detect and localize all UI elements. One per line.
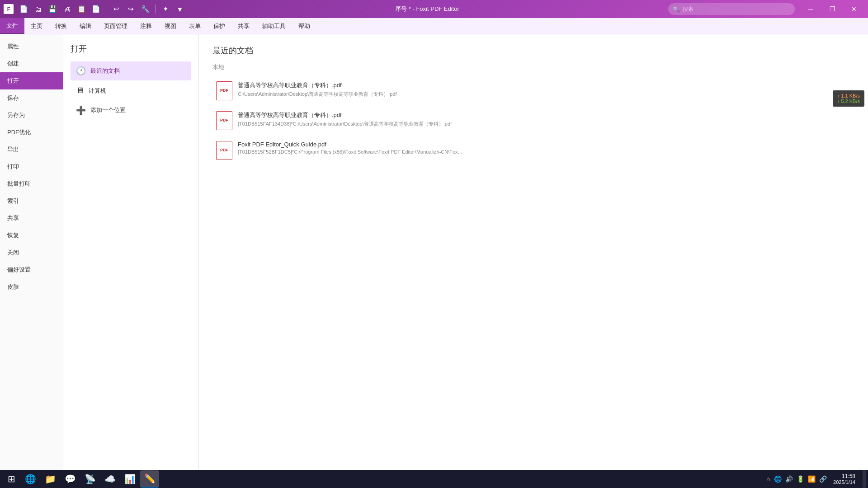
- titlebar: F 📄 🗂 💾 🖨 📋 📄 ↩ ↪ 🔧 ✦ ▼ 序号 * - Foxit PDF…: [0, 0, 868, 18]
- sidebar-item-0[interactable]: 属性: [0, 38, 63, 55]
- explorer-icon: 📁: [45, 474, 56, 484]
- upload-speed: ↑ 1.1 KB/s: [837, 93, 860, 99]
- sidebar-item-10[interactable]: 共享: [0, 210, 63, 227]
- show-desktop-button[interactable]: [863, 470, 866, 488]
- separator2: [155, 5, 156, 14]
- clock-time: 11:58: [833, 473, 855, 479]
- foxit-icon: ✏️: [144, 473, 156, 484]
- wechat-icon: 💬: [65, 474, 76, 484]
- restore-button[interactable]: ❐: [822, 2, 843, 16]
- nav-computer-label: 计算机: [89, 87, 106, 95]
- open-panel-title: 打开: [71, 43, 191, 54]
- separator1: [106, 5, 106, 14]
- sidebar-item-8[interactable]: 批量打印: [0, 175, 63, 192]
- settings-icon[interactable]: 🔧: [139, 3, 151, 15]
- menu-item-注释[interactable]: 注释: [134, 18, 158, 34]
- clock-date: 2025/1/14: [833, 479, 855, 485]
- cloud-icon: ☁️: [104, 474, 116, 484]
- minimize-button[interactable]: ─: [800, 2, 821, 16]
- close-button[interactable]: ✕: [844, 2, 864, 16]
- doc-item-0[interactable]: PDF 普通高等学校高等职业教育（专科）.pdf C:\Users\Admini…: [212, 77, 854, 105]
- menu-item-共享[interactable]: 共享: [231, 18, 256, 34]
- sidebar-item-13[interactable]: 偏好设置: [0, 261, 63, 278]
- main-area: 属性创建打开保存另存为PDF优化导出打印批量打印索引共享恢复关闭偏好设置皮肤 打…: [0, 34, 868, 474]
- stats-icon: 📊: [124, 474, 136, 484]
- sidebar-item-9[interactable]: 索引: [0, 192, 63, 210]
- tray-icon5[interactable]: 📶: [807, 474, 816, 483]
- print-icon[interactable]: 🖨: [61, 3, 73, 15]
- content-area: 打开 🕐 最近的文档 🖥 计算机 ➕ 添加一个位置 最近的文档 本地 PDF: [63, 34, 868, 474]
- doc-name-1: 普通高等学校高等职业教育（专科）.pdf: [238, 111, 851, 119]
- doc-info-0: 普通高等学校高等职业教育（专科）.pdf C:\Users\Administra…: [238, 81, 851, 98]
- teams-icon: 📡: [85, 474, 96, 484]
- taskbar-app-edge[interactable]: 🌐: [21, 470, 40, 488]
- save-icon[interactable]: 💾: [46, 3, 59, 15]
- menu-item-编辑[interactable]: 编辑: [73, 18, 98, 34]
- doc-icon-label-1: PDF: [220, 118, 228, 123]
- sidebar-item-6[interactable]: 导出: [0, 141, 63, 158]
- window-controls: ─ ❐ ✕: [800, 2, 864, 16]
- taskbar-app-stats[interactable]: 📊: [120, 470, 139, 488]
- taskbar-clock[interactable]: 11:58 2025/1/14: [830, 473, 859, 485]
- sidebar-item-2[interactable]: 打开: [0, 72, 63, 89]
- taskbar-app-teams[interactable]: 📡: [80, 470, 99, 488]
- menu-item-辅助工具[interactable]: 辅助工具: [256, 18, 292, 34]
- nav-add-location[interactable]: ➕ 添加一个位置: [71, 101, 191, 120]
- menu-item-帮助[interactable]: 帮助: [292, 18, 316, 34]
- taskbar-app-foxit[interactable]: ✏️: [140, 470, 159, 488]
- menu-item-页面管理[interactable]: 页面管理: [98, 18, 134, 34]
- sidebar-item-4[interactable]: 另存为: [0, 107, 63, 124]
- taskbar-app-cloud[interactable]: ☁️: [100, 470, 119, 488]
- menu-item-主页[interactable]: 主页: [24, 18, 49, 34]
- plus-icon: ➕: [76, 105, 86, 115]
- search-input[interactable]: [683, 6, 773, 12]
- taskbar: ⊞ 🌐📁💬📡☁️📊✏️ ⌂ 🌐 🔊 🔋 📶 🔗 11:58 2025/1/14: [0, 470, 868, 488]
- menu-item-转换[interactable]: 转换: [49, 18, 73, 34]
- menu-item-视图[interactable]: 视图: [158, 18, 183, 34]
- system-tray: ⌂ 🌐 🔊 🔋 📶 🔗: [766, 474, 828, 483]
- redo-icon[interactable]: ↪: [124, 3, 137, 15]
- tray-icon4[interactable]: 🔋: [796, 474, 805, 483]
- doc-item-1[interactable]: PDF 普通高等学校高等职业教育（专科）.pdf [T01DB515FAF134…: [212, 107, 854, 135]
- download-speed: ↓ 5.2 KB/s: [837, 99, 860, 104]
- sidebar-item-3[interactable]: 保存: [0, 89, 63, 107]
- nav-add-label: 添加一个位置: [90, 106, 126, 114]
- start-icon: ⊞: [8, 474, 15, 484]
- sidebar-item-7[interactable]: 打印: [0, 158, 63, 175]
- sidebar-item-11[interactable]: 恢复: [0, 227, 63, 244]
- star-icon[interactable]: ✦: [159, 3, 172, 15]
- logo-letter: F: [7, 6, 10, 12]
- edge-icon: 🌐: [25, 474, 36, 484]
- tray-icon3[interactable]: 🔊: [784, 474, 794, 483]
- doc-name-0: 普通高等学校高等职业教育（专科）.pdf: [238, 81, 851, 89]
- recent-panel: 最近的文档 本地 PDF 普通高等学校高等职业教育（专科）.pdf C:\Use…: [199, 34, 868, 474]
- taskbar-app-wechat[interactable]: 💬: [61, 470, 80, 488]
- search-box[interactable]: 🔍: [668, 3, 795, 15]
- network-icon[interactable]: 🔗: [818, 474, 828, 483]
- sidebar-item-5[interactable]: PDF优化: [0, 124, 63, 141]
- recent-subtitle: 本地: [212, 63, 854, 71]
- menu-item-文件[interactable]: 文件: [0, 18, 24, 34]
- menu-item-表单[interactable]: 表单: [183, 18, 207, 34]
- copy-icon[interactable]: 📋: [75, 3, 88, 15]
- doc-item-2[interactable]: PDF Foxit PDF Editor_Quick Guide.pdf [T0…: [212, 136, 854, 164]
- undo-icon[interactable]: ↩: [110, 3, 123, 15]
- new-file-icon[interactable]: 📄: [17, 3, 30, 15]
- doc-icon2[interactable]: 📄: [90, 3, 102, 15]
- sidebar-item-1[interactable]: 创建: [0, 55, 63, 72]
- sidebar-item-12[interactable]: 关闭: [0, 244, 63, 261]
- start-button[interactable]: ⊞: [2, 470, 21, 488]
- tray-icon1[interactable]: ⌂: [766, 474, 771, 483]
- speed-tooltip: ↑ 1.1 KB/s ↓ 5.2 KB/s: [833, 90, 864, 107]
- nav-recent[interactable]: 🕐 最近的文档: [71, 61, 191, 80]
- menu-item-保护[interactable]: 保护: [207, 18, 231, 34]
- nav-computer[interactable]: 🖥 计算机: [71, 81, 191, 100]
- taskbar-apps: 🌐📁💬📡☁️📊✏️: [21, 470, 159, 488]
- tray-icon2[interactable]: 🌐: [773, 474, 783, 483]
- doc-info-2: Foxit PDF Editor_Quick Guide.pdf [T01DB5…: [238, 141, 851, 155]
- doc-name-2: Foxit PDF Editor_Quick Guide.pdf: [238, 141, 851, 148]
- taskbar-app-explorer[interactable]: 📁: [41, 470, 60, 488]
- sidebar-item-14[interactable]: 皮肤: [0, 278, 63, 296]
- open-file-icon[interactable]: 🗂: [32, 3, 44, 15]
- dropdown-icon[interactable]: ▼: [174, 3, 186, 15]
